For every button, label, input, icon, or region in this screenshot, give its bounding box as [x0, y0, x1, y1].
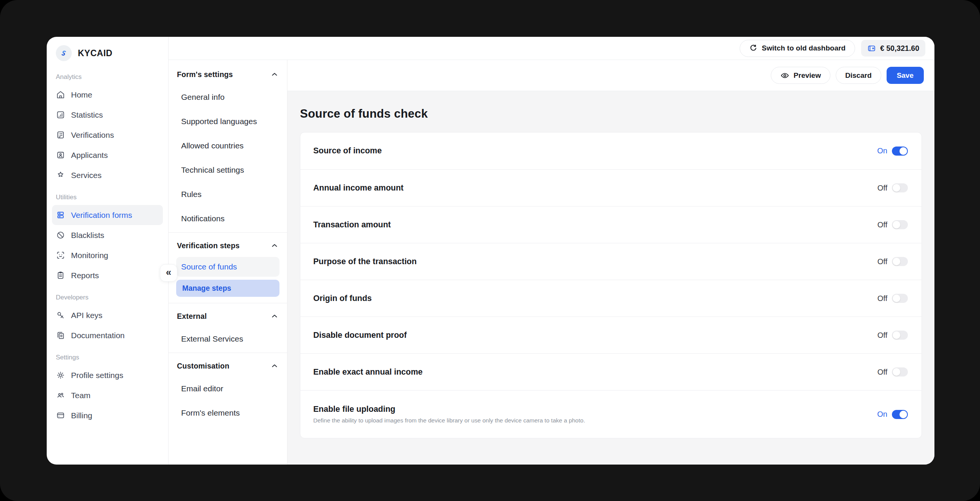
sidebar-item-home[interactable]: Home — [52, 84, 163, 105]
save-button[interactable]: Save — [886, 67, 924, 84]
group-title: External — [177, 312, 207, 321]
group-header-external[interactable]: External — [169, 305, 287, 327]
subsidebar-item-rules[interactable]: Rules — [169, 182, 287, 207]
sidebar-item-api-keys[interactable]: API keys — [52, 305, 163, 325]
brand[interactable]: KYCAID — [52, 41, 163, 65]
group-header-forms-settings[interactable]: Form's settings — [169, 64, 287, 85]
subsidebar-item-notifications[interactable]: Notifications — [169, 207, 287, 231]
manage-steps-button[interactable]: Manage steps — [176, 280, 280, 297]
setting-description: Define the ability to upload images from… — [313, 417, 585, 424]
balance-amount: € 50,321.60 — [880, 44, 919, 53]
discard-label: Discard — [845, 72, 872, 80]
billing-icon — [56, 411, 65, 420]
sidebar-item-profile-settings[interactable]: Profile settings — [52, 365, 163, 385]
reports-icon — [56, 270, 65, 280]
preview-label: Preview — [794, 72, 821, 80]
sidebar-item-applicants[interactable]: Applicants — [52, 145, 163, 165]
sidebar-item-label: Statistics — [71, 110, 103, 119]
balance-pill[interactable]: € 50,321.60 — [861, 40, 925, 57]
annual-income-amount-toggle[interactable] — [892, 183, 908, 192]
api-keys-icon — [56, 310, 65, 320]
group-title: Customisation — [177, 362, 229, 371]
transaction-amount-toggle[interactable] — [892, 220, 908, 229]
content-area: Source of funds check Source of income O… — [288, 91, 934, 464]
toggle-knob — [892, 184, 900, 192]
subsidebar-item-general-info[interactable]: General info — [169, 85, 287, 109]
actionbar: Preview Discard Save — [288, 60, 934, 91]
enable-file-uploading-toggle[interactable] — [892, 410, 908, 419]
page-title: Source of funds check — [300, 107, 922, 121]
subsidebar-item-email-editor[interactable]: Email editor — [169, 377, 287, 401]
subsidebar-item-technical-settings[interactable]: Technical settings — [169, 158, 287, 182]
right-column: Switch to old dashboard € 50,321.60 « Fo… — [169, 37, 934, 464]
sidebar-item-label: Profile settings — [71, 371, 123, 380]
sidebar-item-label: Documentation — [71, 331, 124, 340]
setting-row-origin-of-funds: Origin of funds Off — [300, 280, 921, 317]
toggle-state-label: Off — [878, 368, 887, 377]
purpose-of-the-transaction-toggle[interactable] — [892, 257, 908, 266]
sidebar-item-team[interactable]: Team — [52, 385, 163, 406]
switch-to-old-dashboard-label: Switch to old dashboard — [762, 44, 846, 52]
setting-label: Source of income — [313, 146, 382, 156]
toggle-state-label: Off — [878, 184, 887, 192]
section-label-analytics: Analytics — [56, 73, 163, 81]
secondary-sidebar: « Form's settings General info Supported… — [169, 60, 288, 464]
setting-label: Purpose of the transaction — [313, 257, 417, 266]
sidebar-item-label: Verification forms — [71, 211, 132, 220]
subsidebar-item-external-services[interactable]: External Services — [169, 327, 287, 351]
sidebar-item-statistics[interactable]: Statistics — [52, 105, 163, 125]
verification-forms-icon — [56, 210, 65, 220]
sidebar-item-label: Home — [71, 90, 92, 99]
sidebar-item-services[interactable]: Services — [52, 165, 163, 185]
sidebar-item-label: Services — [71, 171, 102, 180]
toggle-knob — [892, 258, 900, 265]
toggle-state-label: Off — [878, 331, 887, 340]
toggle-knob — [892, 368, 900, 376]
profile-settings-icon — [56, 371, 65, 380]
sidebar-item-verifications[interactable]: Verifications — [52, 125, 163, 145]
sidebar-item-verification-forms[interactable]: Verification forms — [52, 205, 163, 225]
toggle-state-label: On — [877, 146, 887, 155]
sidebar-item-billing[interactable]: Billing — [52, 406, 163, 425]
setting-label: Disable document proof — [313, 331, 407, 340]
setting-label: Enable file uploading — [313, 405, 585, 414]
group-header-verification-steps[interactable]: Verification steps — [169, 235, 287, 256]
divider — [169, 303, 287, 303]
section-label-utilities: Utilities — [56, 194, 163, 201]
preview-button[interactable]: Preview — [771, 67, 830, 84]
applicants-icon — [56, 150, 65, 160]
topbar: Switch to old dashboard € 50,321.60 — [169, 37, 934, 60]
kycaid-swirl-icon — [56, 45, 72, 61]
setting-row-enable-file-uploading: Enable file uploading Define the ability… — [300, 390, 921, 438]
setting-label: Transaction amount — [313, 220, 391, 230]
origin-of-funds-toggle[interactable] — [892, 294, 908, 303]
subsidebar-item-supported-languages[interactable]: Supported languages — [169, 109, 287, 134]
divider — [169, 353, 287, 353]
toggle-state-label: Off — [878, 294, 887, 303]
sidebar-item-label: Billing — [71, 411, 92, 420]
subsidebar-item-forms-elements[interactable]: Form's elements — [169, 401, 287, 425]
sidebar-item-monitoring[interactable]: Monitoring — [52, 245, 163, 265]
sidebar-item-reports[interactable]: Reports — [52, 265, 163, 285]
setting-label: Origin of funds — [313, 294, 372, 303]
toggle-group: Off — [878, 257, 908, 266]
sidebar-item-label: Team — [71, 391, 91, 400]
group-header-customisation[interactable]: Customisation — [169, 355, 287, 377]
services-icon — [56, 170, 65, 180]
collapse-sidebar-button[interactable]: « — [160, 264, 177, 282]
subsidebar-item-source-of-funds-active[interactable]: Source of funds — [176, 257, 280, 277]
discard-button[interactable]: Discard — [836, 67, 881, 84]
subsidebar-item-allowed-countries[interactable]: Allowed countries — [169, 134, 287, 158]
statistics-icon — [56, 110, 65, 119]
enable-exact-annual-income-toggle[interactable] — [892, 367, 908, 377]
chevron-up-icon — [270, 242, 279, 250]
monitoring-icon — [56, 250, 65, 260]
section-label-settings: Settings — [56, 354, 163, 361]
source-of-income-toggle[interactable] — [892, 146, 908, 156]
disable-document-proof-toggle[interactable] — [892, 331, 908, 340]
sidebar-item-label: Applicants — [71, 151, 108, 160]
sidebar-item-documentation[interactable]: Documentation — [52, 325, 163, 345]
sidebar-item-blacklists[interactable]: Blacklists — [52, 225, 163, 245]
switch-to-old-dashboard-button[interactable]: Switch to old dashboard — [740, 40, 855, 57]
blacklists-icon — [56, 231, 65, 240]
